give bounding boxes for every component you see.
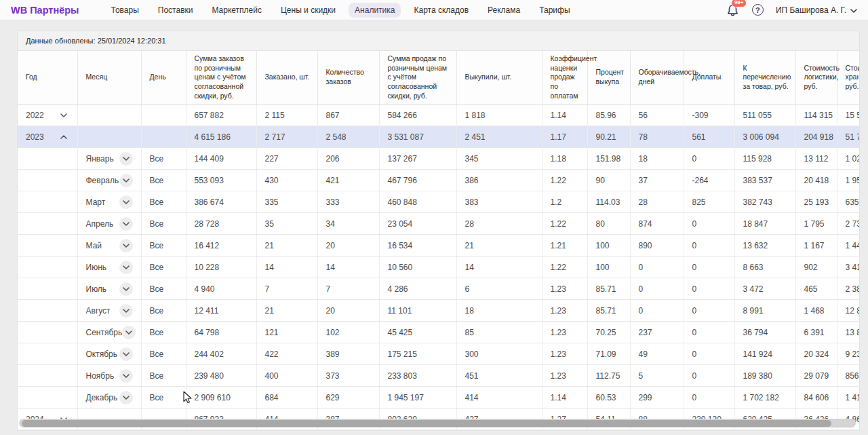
chevron-down-icon[interactable] xyxy=(119,369,133,383)
nav-item-analytics[interactable]: Аналитика xyxy=(349,3,401,18)
value-cell-10: 902 xyxy=(795,257,837,278)
column-header-13: Стоимость логистики, руб. xyxy=(795,51,837,105)
value-cell-11: 51 7 xyxy=(837,126,859,148)
value-cell-11: 9 23 xyxy=(837,343,859,365)
value-cell-0: 64 798 xyxy=(186,322,256,343)
year-cell xyxy=(18,148,77,170)
chevron-down-icon[interactable] xyxy=(122,326,136,339)
nav-item-goods[interactable]: Товары xyxy=(105,3,145,18)
value-cell-5: 1.22 xyxy=(542,213,587,235)
value-cell-9: 511 055 xyxy=(734,105,795,126)
year-row-1: 20234 615 1862 7172 5483 531 0872 4511.1… xyxy=(18,126,859,148)
value-cell-2: 102 xyxy=(317,322,379,343)
value-cell-10: 1 468 xyxy=(795,300,837,322)
month-cell: Март xyxy=(77,191,141,213)
chevron-down-icon[interactable] xyxy=(119,347,133,361)
value-cell-11: 2 73 xyxy=(837,213,859,235)
value-cell-0: 244 402 xyxy=(186,343,256,365)
chevron-down-icon[interactable] xyxy=(119,239,133,252)
month-label: Апрель xyxy=(86,219,114,229)
value-cell-5: 1.23 xyxy=(542,365,587,387)
notifications-button[interactable]: 99+ xyxy=(726,3,740,17)
value-cell-0: 553 093 xyxy=(186,170,256,191)
value-cell-1: 430 xyxy=(256,170,317,191)
value-cell-10: 1 795 xyxy=(795,213,837,235)
value-cell-3: 23 054 xyxy=(379,213,456,235)
value-cell-5: 1.14 xyxy=(542,105,587,126)
value-cell-7: 0 xyxy=(630,278,684,300)
nav-item-supplies[interactable]: Поставки xyxy=(152,3,199,18)
month-label: Май xyxy=(86,241,102,250)
value-cell-9: 382 743 xyxy=(734,191,795,213)
value-cell-11: 13 8 xyxy=(837,322,859,343)
nav-item-warehouse-map[interactable]: Карта складов xyxy=(408,3,475,18)
value-cell-8: 0 xyxy=(684,148,734,170)
value-cell-5: 1.2 xyxy=(542,191,587,213)
chevron-down-icon[interactable] xyxy=(119,391,133,404)
column-header-6: Сумма продаж по розничным ценам с учётом… xyxy=(379,51,456,105)
chevron-down-icon[interactable] xyxy=(119,282,133,296)
day-cell: Все xyxy=(141,170,186,191)
chevron-down-icon[interactable] xyxy=(119,217,133,231)
month-row-2: ЯнварьВсе144 409227206137 2673451.18151.… xyxy=(18,148,859,170)
chevron-down-icon[interactable] xyxy=(119,152,133,166)
month-row-12: НоябрьВсе239 480400373233 8034511.23112.… xyxy=(18,365,859,387)
user-menu[interactable]: ИП Баширова А. Г. xyxy=(776,5,857,15)
day-cell: Все xyxy=(141,387,186,409)
year-cell xyxy=(18,191,77,213)
value-cell-4: 414 xyxy=(456,387,542,409)
column-header-5: Количество заказов xyxy=(317,51,379,105)
value-cell-4: 14 xyxy=(456,257,542,278)
value-cell-4: 345 xyxy=(456,148,542,170)
value-cell-7: 0 xyxy=(630,300,684,322)
value-cell-8: 0 xyxy=(684,257,734,278)
value-cell-11: 1 95 xyxy=(837,170,859,191)
value-cell-10: 6 391 xyxy=(795,322,837,343)
chevron-down-icon[interactable] xyxy=(58,111,69,119)
value-cell-2: 421 xyxy=(317,170,379,191)
analytics-card: Данные обновлены: 25/01/2024 12:20:31 Го… xyxy=(17,31,860,431)
value-cell-10: 465 xyxy=(795,278,837,300)
chevron-down-icon[interactable] xyxy=(119,304,133,318)
value-cell-2: 333 xyxy=(317,191,379,213)
value-cell-5: 1.23 xyxy=(542,343,587,365)
value-cell-1: 335 xyxy=(256,191,317,213)
brand-logo[interactable]: WB Партнёры xyxy=(11,5,79,16)
value-cell-5: 1.21 xyxy=(542,235,587,257)
horizontal-scrollbar-thumb[interactable] xyxy=(22,420,831,427)
chevron-down-icon[interactable] xyxy=(119,174,133,187)
data-updated-label: Данные обновлены: 25/01/2024 12:20:31 xyxy=(18,31,859,51)
value-cell-8: 825 xyxy=(684,191,734,213)
value-cell-2: 20 xyxy=(317,235,379,257)
value-cell-1: 35 xyxy=(256,213,317,235)
month-label: Июнь xyxy=(86,263,107,272)
value-cell-1: 2 115 xyxy=(256,105,317,126)
nav-item-marketplace[interactable]: Маркетплейс xyxy=(205,3,268,18)
month-label: Июль xyxy=(86,284,107,294)
column-header-14: Стоимость хранения, руб. xyxy=(837,51,859,105)
year-cell xyxy=(18,387,77,409)
day-cell: Все xyxy=(141,322,186,343)
nav-item-ads[interactable]: Реклама xyxy=(481,3,526,18)
chevron-up-icon[interactable] xyxy=(58,133,69,141)
chevron-down-icon[interactable] xyxy=(119,195,133,209)
value-cell-0: 16 412 xyxy=(186,235,256,257)
value-cell-6: 112.75 xyxy=(587,365,630,387)
day-cell: Все xyxy=(141,235,186,257)
nav-item-prices[interactable]: Цены и скидки xyxy=(275,3,342,18)
day-cell: Все xyxy=(141,213,186,235)
value-cell-7: 56 xyxy=(630,105,684,126)
column-header-0: Год xyxy=(18,51,77,105)
chevron-down-icon[interactable] xyxy=(119,261,133,274)
value-cell-4: 451 xyxy=(456,365,542,387)
value-cell-8: 0 xyxy=(684,213,734,235)
nav-item-tariffs[interactable]: Тарифы xyxy=(533,3,576,18)
horizontal-scrollbar[interactable] xyxy=(19,419,856,428)
day-cell: Все xyxy=(141,191,186,213)
value-cell-7: 237 xyxy=(630,322,684,343)
value-cell-4: 21 xyxy=(456,235,542,257)
value-cell-6: 100 xyxy=(587,257,630,278)
notifications-badge: 99+ xyxy=(731,0,747,7)
help-button[interactable]: ? xyxy=(752,4,764,16)
value-cell-1: 7 xyxy=(256,278,317,300)
